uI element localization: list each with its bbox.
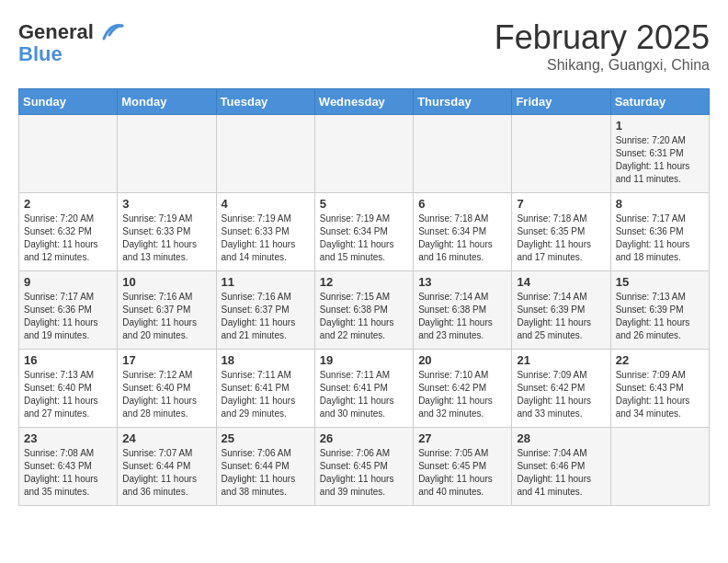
day-number: 25 [222,431,310,445]
day-cell: 25Sunrise: 7:06 AM Sunset: 6:44 PM Dayli… [216,428,314,506]
day-number: 22 [616,353,704,367]
day-cell: 3Sunrise: 7:19 AM Sunset: 6:33 PM Daylig… [118,193,216,271]
day-cell: 28Sunrise: 7:04 AM Sunset: 6:46 PM Dayli… [512,428,610,506]
day-info: Sunrise: 7:20 AM Sunset: 6:31 PM Dayligh… [616,134,704,186]
day-info: Sunrise: 7:19 AM Sunset: 6:33 PM Dayligh… [122,213,210,264]
day-info: Sunrise: 7:19 AM Sunset: 6:33 PM Dayligh… [222,213,310,264]
col-header-friday: Friday [512,89,610,115]
day-number: 17 [122,353,210,367]
day-info: Sunrise: 7:09 AM Sunset: 6:43 PM Dayligh… [616,369,704,420]
day-info: Sunrise: 7:20 AM Sunset: 6:32 PM Dayligh… [24,213,112,264]
day-cell: 26Sunrise: 7:06 AM Sunset: 6:45 PM Dayli… [314,428,413,506]
day-number: 28 [517,431,605,445]
day-number: 2 [24,197,112,211]
day-cell: 24Sunrise: 7:07 AM Sunset: 6:44 PM Dayli… [118,428,216,506]
day-cell: 1Sunrise: 7:20 AM Sunset: 6:31 PM Daylig… [610,115,709,193]
day-info: Sunrise: 7:11 AM Sunset: 6:41 PM Dayligh… [320,369,408,420]
page-header: General Blue February 2025 Shikang, Guan… [18,18,710,74]
day-number: 18 [222,353,310,367]
day-cell: 16Sunrise: 7:13 AM Sunset: 6:40 PM Dayli… [19,350,118,428]
day-cell: 15Sunrise: 7:13 AM Sunset: 6:39 PM Dayli… [610,271,709,350]
month-title: February 2025 [495,18,710,57]
day-number: 5 [320,197,408,211]
day-number: 12 [320,275,408,289]
day-info: Sunrise: 7:17 AM Sunset: 6:36 PM Dayligh… [24,291,112,342]
day-cell [19,115,118,193]
day-number: 19 [320,353,408,367]
day-info: Sunrise: 7:08 AM Sunset: 6:43 PM Dayligh… [24,447,112,499]
day-cell: 2Sunrise: 7:20 AM Sunset: 6:32 PM Daylig… [19,193,118,271]
day-cell [512,115,610,193]
day-cell [216,115,314,193]
day-info: Sunrise: 7:19 AM Sunset: 6:34 PM Dayligh… [320,213,408,264]
day-info: Sunrise: 7:16 AM Sunset: 6:37 PM Dayligh… [122,291,210,342]
day-info: Sunrise: 7:18 AM Sunset: 6:34 PM Dayligh… [418,213,506,264]
week-row: 9Sunrise: 7:17 AM Sunset: 6:36 PM Daylig… [19,271,710,350]
day-number: 11 [222,275,310,289]
day-info: Sunrise: 7:06 AM Sunset: 6:45 PM Dayligh… [320,447,408,499]
day-number: 1 [616,119,704,132]
day-cell [414,115,512,193]
day-cell [118,115,216,193]
week-row: 2Sunrise: 7:20 AM Sunset: 6:32 PM Daylig… [19,193,710,271]
day-info: Sunrise: 7:14 AM Sunset: 6:38 PM Dayligh… [418,291,506,342]
day-number: 13 [418,275,506,289]
day-info: Sunrise: 7:11 AM Sunset: 6:41 PM Dayligh… [222,369,310,420]
day-info: Sunrise: 7:12 AM Sunset: 6:40 PM Dayligh… [122,369,210,420]
day-info: Sunrise: 7:05 AM Sunset: 6:45 PM Dayligh… [418,447,506,499]
day-number: 3 [122,197,210,211]
day-number: 14 [517,275,605,289]
day-cell: 11Sunrise: 7:16 AM Sunset: 6:37 PM Dayli… [216,271,314,350]
day-number: 10 [122,275,210,289]
day-info: Sunrise: 7:07 AM Sunset: 6:44 PM Dayligh… [122,447,210,499]
col-header-sunday: Sunday [19,89,118,115]
day-number: 21 [517,353,605,367]
day-info: Sunrise: 7:16 AM Sunset: 6:37 PM Dayligh… [222,291,310,342]
day-number: 20 [418,353,506,367]
day-number: 4 [222,197,310,211]
day-cell: 19Sunrise: 7:11 AM Sunset: 6:41 PM Dayli… [314,350,413,428]
col-header-tuesday: Tuesday [216,89,314,115]
day-cell: 6Sunrise: 7:18 AM Sunset: 6:34 PM Daylig… [414,193,512,271]
day-cell [314,115,413,193]
day-cell: 10Sunrise: 7:16 AM Sunset: 6:37 PM Dayli… [118,271,216,350]
day-cell: 7Sunrise: 7:18 AM Sunset: 6:35 PM Daylig… [512,193,610,271]
day-cell: 4Sunrise: 7:19 AM Sunset: 6:33 PM Daylig… [216,193,314,271]
week-row: 16Sunrise: 7:13 AM Sunset: 6:40 PM Dayli… [19,350,710,428]
col-header-monday: Monday [118,89,216,115]
day-info: Sunrise: 7:04 AM Sunset: 6:46 PM Dayligh… [517,447,605,499]
day-number: 26 [320,431,408,445]
day-cell: 17Sunrise: 7:12 AM Sunset: 6:40 PM Dayli… [118,350,216,428]
day-cell: 21Sunrise: 7:09 AM Sunset: 6:42 PM Dayli… [512,350,610,428]
header-row: SundayMondayTuesdayWednesdayThursdayFrid… [19,89,710,115]
day-info: Sunrise: 7:13 AM Sunset: 6:40 PM Dayligh… [24,369,112,420]
day-info: Sunrise: 7:06 AM Sunset: 6:44 PM Dayligh… [222,447,310,499]
day-cell: 27Sunrise: 7:05 AM Sunset: 6:45 PM Dayli… [414,428,512,506]
day-number: 16 [24,353,112,367]
day-cell: 14Sunrise: 7:14 AM Sunset: 6:39 PM Dayli… [512,271,610,350]
day-number: 23 [24,431,112,445]
day-number: 7 [517,197,605,211]
day-cell [610,428,709,506]
week-row: 23Sunrise: 7:08 AM Sunset: 6:43 PM Dayli… [19,428,710,506]
day-number: 24 [122,431,210,445]
logo-icon [97,18,124,46]
day-info: Sunrise: 7:10 AM Sunset: 6:42 PM Dayligh… [418,369,506,420]
day-cell: 23Sunrise: 7:08 AM Sunset: 6:43 PM Dayli… [19,428,118,506]
logo-text: General [18,21,94,43]
col-header-wednesday: Wednesday [314,89,413,115]
day-number: 27 [418,431,506,445]
location: Shikang, Guangxi, China [495,57,710,74]
title-block: February 2025 Shikang, Guangxi, China [495,18,710,74]
day-number: 15 [616,275,704,289]
day-info: Sunrise: 7:18 AM Sunset: 6:35 PM Dayligh… [517,213,605,264]
day-number: 8 [616,197,704,211]
day-info: Sunrise: 7:09 AM Sunset: 6:42 PM Dayligh… [517,369,605,420]
week-row: 1Sunrise: 7:20 AM Sunset: 6:31 PM Daylig… [19,115,710,193]
col-header-saturday: Saturday [610,89,709,115]
day-info: Sunrise: 7:15 AM Sunset: 6:38 PM Dayligh… [320,291,408,342]
day-cell: 20Sunrise: 7:10 AM Sunset: 6:42 PM Dayli… [414,350,512,428]
day-info: Sunrise: 7:14 AM Sunset: 6:39 PM Dayligh… [517,291,605,342]
col-header-thursday: Thursday [414,89,512,115]
day-number: 9 [24,275,112,289]
